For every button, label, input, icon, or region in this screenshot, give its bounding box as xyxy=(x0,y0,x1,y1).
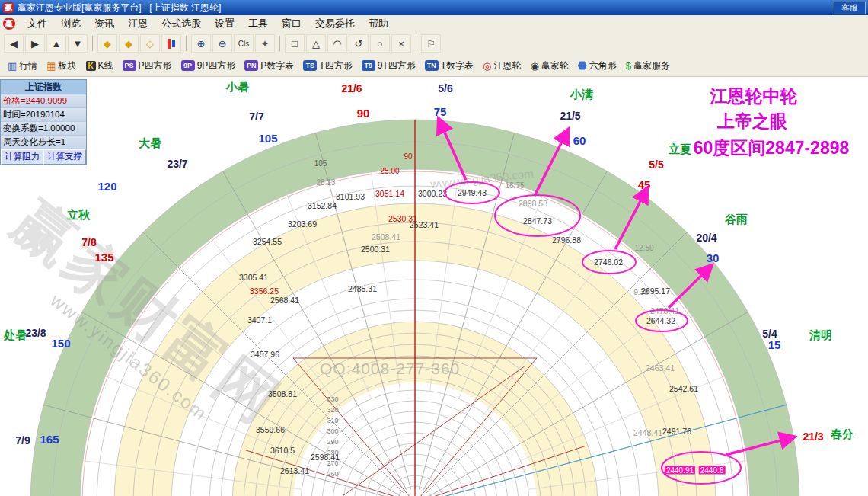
9p-square-label: 9P四方形 xyxy=(197,59,236,72)
9t-square-icon: T9 xyxy=(362,60,375,71)
winner-service-label: 赢家服务 xyxy=(633,59,670,72)
p-square-label: P四方形 xyxy=(139,59,172,72)
quote-info-row-2: 时间=20190104 xyxy=(1,108,86,122)
view-toolbar: ▥行情▦板块KK线PSP四方形9P9P四方形PNP数字表TST四方形T99T四方… xyxy=(0,55,868,77)
window-title: 赢家江恩专业版[赢家服务平台] - [上证指数 江恩轮] xyxy=(18,2,221,14)
p-table-label: P数字表 xyxy=(260,59,294,72)
9p-square-button[interactable]: 9P9P四方形 xyxy=(177,57,241,74)
t-square-label: T四方形 xyxy=(319,59,352,72)
kline-view-label: K线 xyxy=(98,59,113,72)
main-toolbar-items: ◀▶▲▼◆◆◇⊕⊖Cls✦□△◠↺○×⚐ xyxy=(3,34,442,53)
winner-service-icon: $ xyxy=(626,61,631,71)
t-square-icon: TS xyxy=(303,60,317,71)
t-table-label: T数字表 xyxy=(441,59,474,72)
back-icon[interactable]: ◀ xyxy=(4,34,24,53)
view-toolbar-items: ▥行情▦板块KK线PSP四方形9P9P四方形PNP数字表TST四方形T99T四方… xyxy=(3,57,675,74)
app-icon: 赢 xyxy=(3,2,14,13)
erase-tool-icon[interactable]: × xyxy=(391,34,411,53)
flag-tool-icon[interactable]: ⚐ xyxy=(421,34,441,53)
bankuai-icon: ▦ xyxy=(46,61,56,71)
main-toolbar: ◀▶▲▼◆◆◇⊕⊖Cls✦□△◠↺○×⚐ xyxy=(0,32,868,56)
menu-item-9[interactable]: 交易委托 xyxy=(308,15,362,32)
hangqing-label: 行情 xyxy=(19,59,37,72)
menu-item-4[interactable]: 江恩 xyxy=(121,15,155,32)
zoom-in-icon[interactable]: ⊕ xyxy=(191,34,211,53)
quote-info-row-4: 周天变化步长=1 xyxy=(1,136,86,149)
calc-resistance-button[interactable]: 计算阻力 xyxy=(1,149,43,165)
diamond-open-icon[interactable]: ◇ xyxy=(140,34,160,53)
quote-info-panel: 上证指数 价格=2440.9099时间=20190104变换系数=1.00000… xyxy=(0,79,87,165)
diamond-cycle-icon[interactable]: ◆ xyxy=(119,34,139,53)
zoom-out-icon[interactable]: ⊖ xyxy=(212,34,232,53)
menu-item-10[interactable]: 帮助 xyxy=(362,15,395,32)
bankuai-button[interactable]: ▦板块 xyxy=(42,57,81,74)
menu-items: 文件浏览资讯江恩公式选股设置工具窗口交易委托帮助 xyxy=(21,15,395,32)
kline-icon[interactable] xyxy=(161,34,181,53)
ellipse-tool-icon[interactable]: ○ xyxy=(370,34,390,53)
menu-item-3[interactable]: 资讯 xyxy=(88,15,121,32)
winner-wheel-icon: ◉ xyxy=(530,61,538,71)
menubar: 赢 文件浏览资讯江恩公式选股设置工具窗口交易委托帮助 xyxy=(0,15,868,33)
brand-logo-icon: 赢 xyxy=(3,18,15,30)
customer-service-button[interactable]: 客服 xyxy=(834,2,866,14)
winner-wheel-button[interactable]: ◉赢家轮 xyxy=(525,57,573,74)
kline-view-icon: K xyxy=(86,61,96,71)
titlebar: 赢 赢家江恩专业版[赢家服务平台] - [上证指数 江恩轮] 客服 xyxy=(0,0,868,15)
menu-item-2[interactable]: 浏览 xyxy=(54,15,88,32)
hangqing-icon: ▥ xyxy=(8,61,17,71)
marker-icon[interactable]: ✦ xyxy=(255,34,275,53)
menu-item-6[interactable]: 设置 xyxy=(208,15,241,32)
kline-view-button[interactable]: KK线 xyxy=(81,57,118,74)
gann-wheel-icon: ◎ xyxy=(483,61,491,71)
t-table-button[interactable]: TNT数字表 xyxy=(420,57,478,74)
9p-square-icon: 9P xyxy=(181,60,195,71)
calc-support-button[interactable]: 计算支撑 xyxy=(43,149,86,165)
rotate-tool-icon[interactable]: ↺ xyxy=(349,34,369,53)
gann-wheel-button[interactable]: ◎江恩轮 xyxy=(478,57,525,74)
menu-item-1[interactable]: 文件 xyxy=(21,15,54,32)
9t-square-label: 9T四方形 xyxy=(378,59,416,72)
hangqing-button[interactable]: ▥行情 xyxy=(3,57,42,74)
toolbar-separator xyxy=(186,36,187,51)
quote-info-rows: 价格=2440.9099时间=20190104变换系数=1.00000周天变化步… xyxy=(1,94,86,149)
down-icon[interactable]: ▼ xyxy=(68,34,88,53)
symbol-name: 上证指数 xyxy=(1,80,86,94)
winner-service-button[interactable]: $赢家服务 xyxy=(621,57,675,74)
gann-wheel-label: 江恩轮 xyxy=(493,59,521,72)
t-table-icon: TN xyxy=(425,60,439,71)
toolbar-separator xyxy=(416,36,416,51)
menu-item-8[interactable]: 窗口 xyxy=(275,15,308,32)
forward-icon[interactable]: ▶ xyxy=(25,34,45,53)
p-square-button[interactable]: PSP四方形 xyxy=(118,57,177,74)
hexagon-icon xyxy=(578,61,587,70)
toolbar-separator xyxy=(92,36,93,51)
up-icon[interactable]: ▲ xyxy=(46,34,66,53)
quote-info-row-1: 价格=2440.9099 xyxy=(1,94,86,108)
quote-info-row-3: 变换系数=1.00000 xyxy=(1,122,86,136)
diamond-gold-icon[interactable]: ◆ xyxy=(97,34,117,53)
hexagon-button[interactable]: 六角形 xyxy=(573,57,621,74)
p-square-icon: PS xyxy=(123,60,136,71)
triangle-tool-icon[interactable]: △ xyxy=(306,34,326,53)
t-square-button[interactable]: TST四方形 xyxy=(298,57,356,74)
quote-info-buttons: 计算阻力计算支撑 xyxy=(1,149,86,165)
p-table-icon: PN xyxy=(244,60,258,71)
rect-tool-icon[interactable]: □ xyxy=(285,34,305,53)
bankuai-label: 板块 xyxy=(59,59,77,72)
9t-square-button[interactable]: T99T四方形 xyxy=(357,57,420,74)
hexagon-label: 六角形 xyxy=(589,59,617,72)
toolbar-separator xyxy=(279,36,280,51)
p-table-button[interactable]: PNP数字表 xyxy=(240,57,298,74)
menu-item-7[interactable]: 工具 xyxy=(241,15,275,32)
menu-item-5[interactable]: 公式选股 xyxy=(155,15,208,32)
winner-wheel-label: 赢家轮 xyxy=(541,59,569,72)
cls-icon[interactable]: Cls xyxy=(234,34,254,53)
arc-tool-icon[interactable]: ◠ xyxy=(327,34,347,53)
